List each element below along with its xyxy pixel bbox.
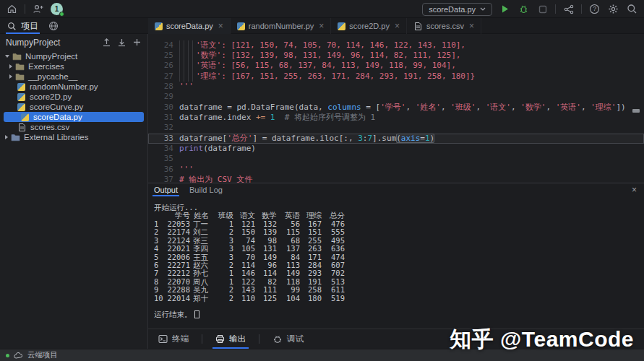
- console-end-line: 运行结束。: [154, 310, 199, 320]
- console-cell: 258: [308, 286, 322, 294]
- editor-tab-randomNumber.py[interactable]: randomNumber.py×: [231, 18, 332, 34]
- share-button[interactable]: [562, 3, 575, 15]
- tree-item-scoreData.py[interactable]: scoreData.py: [4, 112, 144, 122]
- console-cell: 2: [229, 286, 233, 294]
- console-row: 522006王五37014984171474: [148, 253, 644, 261]
- debug-button[interactable]: [518, 3, 530, 15]
- code-text: '语文': [121, 150, 74, 105, 70, 114, 146, …: [179, 40, 465, 51]
- tab-output[interactable]: Output: [154, 183, 178, 196]
- code-line-24[interactable]: 24'语文': [121, 150, 74, 105, 70, 114, 146…: [148, 40, 644, 51]
- close-output-icon[interactable]: ×: [632, 185, 637, 195]
- search-everywhere-button[interactable]: [626, 3, 638, 15]
- code-line-30[interactable]: 30dataframe = pd.DataFrame(data, columns…: [148, 103, 644, 113]
- chevron-down-icon[interactable]: [5, 55, 9, 58]
- globe-button[interactable]: [47, 20, 59, 32]
- folder-icon: [15, 62, 25, 71]
- tab-project[interactable]: 项目: [6, 18, 40, 34]
- code-line-36[interactable]: 36''': [148, 165, 644, 175]
- code-segment: axis: [401, 134, 421, 143]
- line-number: 34: [148, 144, 173, 154]
- tree-item-Exercises[interactable]: Exercises: [0, 61, 147, 71]
- code-text: '理综': [167, 151, 255, 263, 171, 284, 293…: [179, 71, 475, 82]
- code-segment: [265, 113, 270, 122]
- line-number: 28: [148, 82, 173, 92]
- tree-item-scoreCurve.py[interactable]: scoreCurve.py: [0, 102, 147, 112]
- watermark: 知乎 @TeamCode: [450, 325, 634, 355]
- tree-item-label: scoreData.py: [33, 113, 82, 121]
- stop-icon: [538, 5, 547, 14]
- line-number: 36: [148, 165, 173, 175]
- close-tab-icon[interactable]: ×: [395, 22, 400, 30]
- matched-paren-highlight: (axis=1): [396, 134, 434, 143]
- add-icon[interactable]: [132, 38, 142, 47]
- code-line-26[interactable]: 26'英语': [56, 115, 68, 137, 84, 113, 149,…: [148, 61, 644, 71]
- tree-item-scores.csv[interactable]: scores.csv: [0, 122, 147, 132]
- code-line-35[interactable]: 35: [148, 154, 644, 164]
- home-button[interactable]: [6, 3, 18, 15]
- settings-button[interactable]: [607, 3, 619, 15]
- editor-tab-score2D.py[interactable]: score2D.py×: [331, 18, 407, 34]
- stop-button[interactable]: [536, 3, 549, 15]
- editor-tab-label: score2D.py: [349, 22, 390, 30]
- code-text: print(dataframe): [179, 144, 256, 154]
- chevron-right-icon[interactable]: [5, 135, 8, 139]
- tree-item-__pycache__[interactable]: __pycache__: [0, 71, 147, 82]
- code-line-37[interactable]: 37# 输出为 CSV 文件: [148, 175, 644, 183]
- project-panel: NumpyProject NumpyProjectExercises__pyca…: [0, 34, 148, 329]
- tree-item-NumpyProject[interactable]: NumpyProject: [0, 51, 147, 61]
- code-line-25[interactable]: 25'数学': [132, 139, 98, 131, 149, 96, 114…: [148, 51, 644, 61]
- main-toolbar: 1 scoreData.py: [0, 0, 644, 18]
- output-tab-bar: Output Build Log: [148, 183, 644, 196]
- scrollbar-marker[interactable]: [632, 109, 640, 113]
- code-segment: 1: [425, 134, 430, 143]
- tree-item-label: randomNumber.py: [30, 82, 98, 91]
- line-number: 33: [148, 134, 173, 144]
- help-button[interactable]: ?: [588, 3, 601, 15]
- file-icon: [17, 123, 27, 132]
- code-segment: '数学': [132, 139, 98, 131, 149, 96, 114, …: [196, 51, 460, 60]
- line-number: 26: [148, 61, 173, 71]
- user-avatar[interactable]: 1: [51, 3, 63, 15]
- sidebar-fill: [0, 329, 148, 349]
- run-button[interactable]: [499, 3, 511, 15]
- console-cursor: [194, 310, 199, 318]
- avatar-badge: 1: [55, 5, 59, 13]
- tree-item-label: NumpyProject: [25, 52, 77, 61]
- editor-tab-scores.csv[interactable]: scores.csv×: [407, 18, 481, 34]
- code-line-33[interactable]: 33dataframe['总分'] = dataframe.iloc[:, 3:…: [148, 134, 644, 144]
- add-user-button[interactable]: [32, 3, 44, 15]
- console-cell: 110: [241, 295, 255, 303]
- tree-item-External Libraries[interactable]: External Libraries: [0, 132, 147, 142]
- chevron-right-icon[interactable]: [9, 64, 12, 69]
- code-line-31[interactable]: 31dataframe.index += 1 # 将起始序列号调整为 1: [148, 113, 644, 123]
- python-icon: [17, 83, 25, 91]
- project-tab-label: 项目: [21, 20, 38, 32]
- code-line-32[interactable]: 32: [148, 123, 644, 133]
- editor-tab-scoreData.py[interactable]: scoreData.py×: [148, 18, 231, 34]
- code-line-28[interactable]: 28''': [148, 82, 644, 92]
- sync-status-dot: [6, 354, 9, 357]
- cloud-project-label[interactable]: 云端项目: [27, 350, 58, 360]
- code-line-27[interactable]: 27'理综': [167, 151, 255, 263, 171, 284, 2…: [148, 71, 644, 82]
- run-configuration-select[interactable]: scoreData.py: [422, 3, 492, 16]
- tool-debug[interactable]: 调试: [270, 329, 306, 349]
- close-tab-icon[interactable]: ×: [218, 22, 223, 30]
- code-editor[interactable]: 24'语文': [121, 150, 74, 105, 70, 114, 146…: [148, 34, 644, 183]
- tree-item-randomNumber.py[interactable]: randomNumber.py: [0, 82, 147, 92]
- code-line-29[interactable]: 29: [148, 92, 644, 102]
- code-text: dataframe.index += 1 # 将起始序列号调整为 1: [179, 113, 375, 123]
- console[interactable]: 开始运行...学号姓名班级语文数学英语理综总分122053丁一112113256…: [148, 183, 644, 329]
- tool-terminal[interactable]: 终端: [155, 329, 192, 349]
- upload-icon[interactable]: [102, 38, 111, 47]
- code-line-34[interactable]: 34print(dataframe): [148, 144, 644, 154]
- code-segment: '学号': [380, 103, 405, 112]
- chevron-right-icon[interactable]: [9, 74, 12, 79]
- python-icon: [338, 22, 345, 30]
- close-tab-icon[interactable]: ×: [319, 22, 324, 30]
- gear-icon: [608, 4, 619, 14]
- download-icon[interactable]: [117, 38, 126, 47]
- tab-build-log[interactable]: Build Log: [189, 183, 223, 196]
- tree-item-score2D.py[interactable]: score2D.py: [0, 92, 147, 102]
- close-tab-icon[interactable]: ×: [469, 22, 474, 30]
- tool-output[interactable]: 输出: [212, 329, 249, 349]
